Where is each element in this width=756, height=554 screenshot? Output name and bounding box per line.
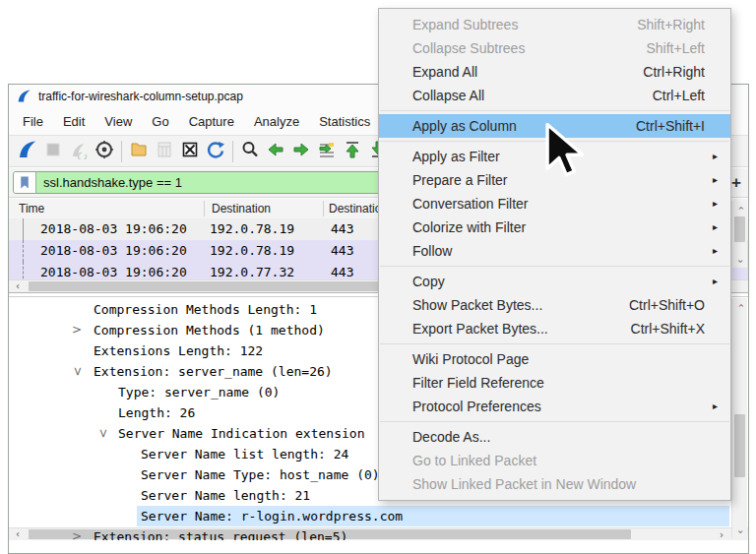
detail-field-text: Server Name: r-login.wordpress.com	[141, 506, 403, 526]
toolbar-reload-button[interactable]	[203, 139, 228, 164]
toolbar-restart-capture-button	[66, 139, 92, 164]
scroll-left-icon[interactable]: ›	[11, 528, 25, 540]
menu-separator	[380, 110, 729, 111]
vscroll-thumb[interactable]	[734, 414, 745, 477]
toolbar-go-back-button[interactable]	[263, 139, 288, 164]
save-file-icon	[155, 140, 174, 163]
menu-item-prepare-a-filter[interactable]: Prepare a Filter▸	[379, 168, 730, 192]
column-divider[interactable]	[204, 201, 205, 216]
submenu-arrow-icon: ▸	[713, 198, 718, 209]
menu-item-follow[interactable]: Follow▸	[379, 239, 730, 263]
tree-expander-icon[interactable]: >	[72, 526, 82, 540]
menu-item-export-packet-bytes[interactable]: Export Packet Bytes...Ctrl+Shift+X	[379, 317, 730, 340]
submenu-arrow-icon: ▸	[713, 221, 718, 232]
toolbar-find-packet-button[interactable]	[237, 139, 263, 164]
detail-field-text: Server Name length: 21	[141, 485, 310, 506]
scroll-right-icon[interactable]: ›	[715, 528, 728, 540]
toolbar-go-first-button[interactable]	[340, 139, 365, 164]
packet-list-vscrollbar[interactable]: › ›	[731, 201, 747, 268]
scroll-down-icon[interactable]: ›	[732, 524, 747, 538]
menu-item-label: Follow	[412, 243, 452, 259]
menu-item-decode-as[interactable]: Decode As...	[379, 425, 730, 449]
column-header-destination[interactable]: Destination	[212, 202, 271, 215]
tree-expander-icon[interactable]: >	[72, 320, 82, 340]
menu-separator	[380, 141, 729, 142]
menu-item-filter-field-reference[interactable]: Filter Field Reference	[379, 371, 730, 395]
bookmark-icon	[19, 175, 31, 190]
menubar-item-edit[interactable]: Edit	[53, 111, 94, 132]
related-packet-mark	[23, 240, 24, 262]
reload-icon	[206, 140, 225, 163]
menu-item-colorize-with-filter[interactable]: Colorize with Filter▸	[379, 215, 730, 239]
toolbar-open-file-button[interactable]	[126, 139, 152, 164]
context-menu: Expand SubtreesShift+RightCollapse Subtr…	[378, 8, 731, 501]
tree-expander-icon[interactable]: >	[97, 423, 107, 444]
toolbar-wireshark-fin-button[interactable]	[15, 139, 40, 164]
detail-field-text: Length: 26	[118, 402, 195, 423]
filter-expression-text: ssl.handshake.type == 1	[43, 175, 182, 190]
scroll-up-icon[interactable]: ›	[732, 201, 747, 215]
menu-item-shortcut: Ctrl+Right	[643, 64, 705, 80]
menubar-item-statistics[interactable]: Statistics	[309, 111, 380, 132]
vscroll-thumb[interactable]	[734, 216, 745, 242]
detail-field-text: Compression Methods Length: 1	[94, 299, 317, 320]
menu-item-conversation-filter[interactable]: Conversation Filter▸	[379, 192, 730, 215]
toolbar-capture-options-button[interactable]	[92, 139, 117, 164]
menubar-item-view[interactable]: View	[94, 111, 142, 132]
menubar-item-analyze[interactable]: Analyze	[244, 111, 309, 132]
submenu-arrow-icon: ▸	[713, 151, 718, 161]
detail-field-text: Type: server_name (0)	[118, 382, 280, 402]
menubar-item-file[interactable]: File	[13, 111, 53, 132]
filter-bookmark-button[interactable]	[14, 172, 36, 193]
scroll-up-icon[interactable]: ›	[732, 298, 747, 312]
menu-item-expand-all[interactable]: Expand AllCtrl+Right	[379, 60, 730, 84]
wireshark-logo-icon	[17, 89, 32, 104]
menu-item-protocol-preferences[interactable]: Protocol Preferences▸	[379, 395, 730, 418]
find-packet-icon	[240, 140, 260, 163]
stop-capture-icon	[43, 140, 63, 163]
menu-item-apply-as-filter[interactable]: Apply as Filter▸	[379, 145, 730, 168]
detail-tree-item[interactable]: Server Name: r-login.wordpress.com	[9, 506, 748, 526]
scroll-down-icon[interactable]: ›	[732, 254, 747, 268]
menu-item-wiki-protocol-page[interactable]: Wiki Protocol Page	[379, 347, 730, 371]
toolbar-go-to-packet-button[interactable]	[314, 139, 340, 164]
toolbar-separator	[121, 141, 122, 162]
toolbar-close-file-button[interactable]	[177, 139, 203, 164]
column-divider[interactable]	[323, 201, 324, 216]
go-back-icon	[266, 140, 285, 163]
menu-item-label: Apply as Column	[412, 118, 517, 134]
menu-item-label: Collapse All	[412, 88, 484, 103]
menu-item-show-linked-packet-in-new-window: Show Linked Packet in New Window	[379, 472, 730, 496]
column-header-time[interactable]: Time	[19, 202, 44, 215]
menu-item-apply-as-column[interactable]: Apply as ColumnCtrl+Shift+I	[379, 114, 730, 138]
menu-item-label: Copy	[412, 274, 445, 289]
menu-item-shortcut: Shift+Right	[637, 17, 705, 32]
menu-item-label: Collapse Subtrees	[412, 40, 525, 56]
menubar-item-capture[interactable]: Capture	[179, 111, 244, 132]
menu-item-expand-subtrees: Expand SubtreesShift+Right	[379, 13, 730, 36]
menu-item-shortcut: Ctrl+Shift+I	[636, 118, 705, 134]
menu-item-show-packet-bytes[interactable]: Show Packet Bytes...Ctrl+Shift+O	[379, 293, 730, 317]
detail-field-text: Server Name list length: 24	[141, 444, 348, 464]
menu-item-label: Colorize with Filter	[412, 219, 526, 235]
menu-item-label: Expand All	[412, 64, 477, 80]
menu-item-collapse-all[interactable]: Collapse AllCtrl+Left	[379, 84, 730, 107]
menu-item-label: Prepare a Filter	[412, 172, 507, 188]
go-first-icon	[343, 140, 362, 163]
menu-item-label: Protocol Preferences	[412, 399, 541, 414]
detail-field-text: Extensions Length: 122	[94, 340, 263, 361]
toolbar-stop-capture-button	[40, 139, 66, 164]
menu-item-copy[interactable]: Copy▸	[379, 270, 730, 293]
submenu-arrow-icon: ▸	[713, 276, 718, 286]
menu-separator	[380, 266, 729, 267]
menu-item-label: Export Packet Bytes...	[412, 321, 548, 337]
detail-vscrollbar[interactable]: › ›	[731, 298, 747, 538]
menu-item-go-to-linked-packet: Go to Linked Packet	[379, 449, 730, 472]
detail-field-text: Extension: server_name (len=26)	[94, 361, 333, 382]
toolbar-go-forward-button[interactable]	[288, 139, 314, 164]
menubar-item-go[interactable]: Go	[142, 111, 178, 132]
toolbar-save-file-button	[152, 139, 177, 164]
tree-expander-icon[interactable]: >	[72, 361, 82, 382]
scroll-left-icon[interactable]: ›	[11, 280, 25, 292]
window-title: traffic-for-wireshark-column-setup.pcap	[38, 90, 243, 103]
